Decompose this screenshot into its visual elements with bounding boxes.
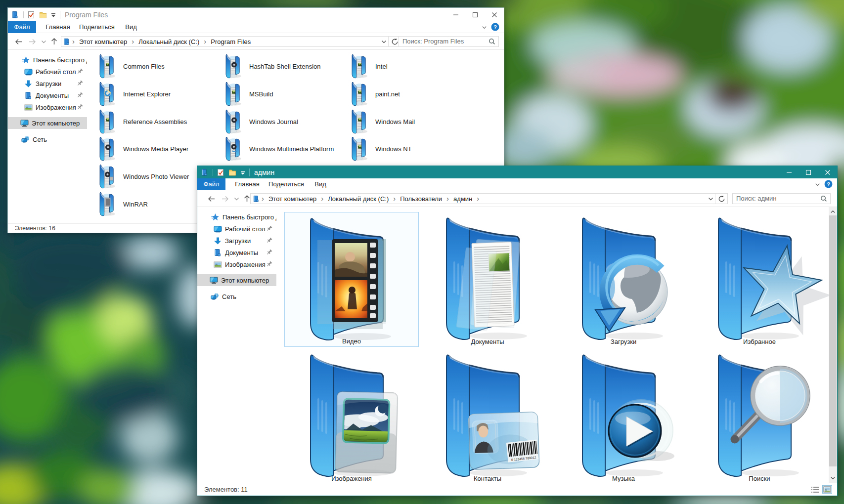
svg-text:?: ? <box>493 24 497 30</box>
svg-text:?: ? <box>827 181 830 187</box>
